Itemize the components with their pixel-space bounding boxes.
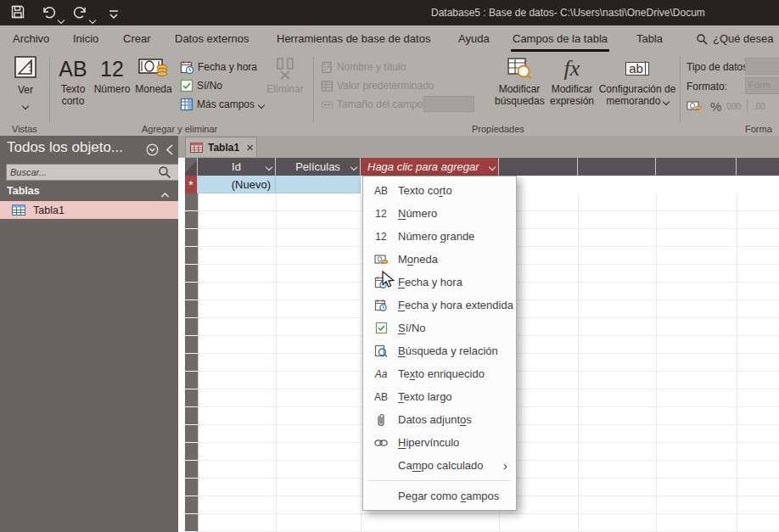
modificar-expresion-button[interactable]: fx Modificar expresión (547, 54, 597, 107)
menu-item-pegar-como-campos[interactable]: Pegar como campos (363, 484, 516, 507)
add-field-menu: AB Texto corto 12 Número 12 Número grand… (362, 176, 517, 511)
undo-dropdown-icon[interactable] (59, 11, 64, 26)
new-record-id-cell[interactable]: (Nuevo) (198, 176, 276, 193)
menu-item-numero[interactable]: 12 Número (363, 202, 516, 225)
record-selector-column[interactable] (185, 193, 199, 532)
short-text-icon: AB (372, 185, 390, 197)
menu-item-busqueda-y-relacion[interactable]: Búsqueda y relación (363, 339, 516, 362)
close-tab-icon[interactable]: × (246, 140, 254, 154)
document-tab-tabla1[interactable]: Tabla1 × (185, 137, 257, 157)
texto-corto-button[interactable]: AB Texto corto (53, 54, 92, 107)
field-size-input (423, 96, 474, 112)
currency-icon (132, 54, 175, 83)
default-value-icon (321, 80, 333, 92)
peliculas-filter-arrow-icon[interactable] (350, 164, 357, 171)
ver-button[interactable]: Ver (7, 54, 44, 111)
agregar-eliminar-group-label: Agregar y eliminar (142, 124, 217, 134)
tipo-datos-dropdown (745, 58, 779, 75)
menu-item-si-no[interactable]: Sí/No (363, 316, 516, 339)
menu-separator (368, 480, 511, 481)
configuracion-memorando-button[interactable]: ab Configuración de memorando (598, 54, 676, 107)
date-time-icon (180, 60, 194, 75)
eliminar-button[interactable]: Eliminar (265, 54, 305, 95)
modificar-busquedas-button[interactable]: Modificar búsquedas (495, 54, 544, 107)
tamano-campo-button[interactable]: Tamaño del campo (321, 97, 423, 112)
new-record-selector[interactable]: * (185, 176, 198, 193)
collapse-section-icon (160, 187, 170, 202)
lookup-icon (372, 344, 390, 358)
currency-icon (372, 254, 390, 266)
rich-text-icon: Aa (372, 368, 390, 380)
large-number-icon: 12 (372, 231, 390, 243)
tablas-section-header[interactable]: Tablas (0, 183, 178, 200)
more-fields-table-icon (180, 98, 193, 111)
tab-herramientas[interactable]: Herramientas de base de datos (277, 25, 430, 53)
customize-qat-icon[interactable] (109, 8, 119, 23)
mas-campos-dropdown-icon (258, 102, 265, 109)
delete-field-icon (265, 54, 305, 83)
access-window: Database5 : Base de datos- C:\Users\nast… (0, 0, 779, 532)
tab-tabla[interactable]: Tabla (636, 25, 663, 53)
nombre-titulo-button[interactable]: Nombre y título (321, 59, 406, 75)
table-tab-icon (190, 143, 203, 153)
tab-inicio[interactable]: Inicio (73, 25, 98, 53)
menu-item-texto-largo[interactable]: AB Texto largo (363, 385, 516, 408)
column-header-empty-2 (578, 158, 656, 176)
id-filter-arrow-icon[interactable] (266, 164, 272, 171)
tellme-search[interactable]: ¿Qué desea (713, 25, 774, 53)
tab-campos-de-la-tabla[interactable]: Campos de la tabla (513, 25, 608, 53)
menu-item-campo-calculado[interactable]: Campo calculado › (363, 454, 516, 477)
navigation-pane: Todos los objeto... Tablas Tabla1 (0, 136, 178, 532)
tab-ayuda[interactable]: Ayuda (458, 25, 490, 53)
decimals-icon[interactable]: .00 (754, 102, 765, 111)
save-icon[interactable] (10, 4, 25, 23)
nav-pane-menu-icon[interactable] (146, 143, 159, 160)
thousands-separator-icon[interactable]: 000 (726, 102, 741, 111)
ver-dropdown-icon (22, 103, 29, 109)
undo-icon[interactable] (42, 5, 56, 23)
column-header-id[interactable]: Id (198, 158, 276, 176)
long-text-icon: AB (372, 391, 390, 403)
redo-icon[interactable] (73, 5, 87, 23)
apply-percent-icon[interactable]: % (710, 99, 721, 114)
vistas-group-label: Vistas (12, 124, 37, 134)
menu-item-texto-corto[interactable]: AB Texto corto (363, 179, 516, 202)
fecha-hora-button[interactable]: Fecha y hora (180, 59, 257, 75)
menu-item-datos-adjuntos[interactable]: Datos adjuntos (363, 408, 516, 431)
format-buttons-row: % 000 .00 (687, 98, 765, 114)
moneda-button[interactable]: Moneda (132, 54, 175, 95)
nav-search-input[interactable] (6, 164, 182, 181)
name-caption-icon (321, 61, 333, 74)
mas-campos-button[interactable]: Más campos (180, 97, 264, 112)
memo-settings-icon: ab (598, 54, 676, 83)
new-record-star-icon: * (188, 177, 193, 192)
select-all-corner-cell[interactable] (185, 158, 198, 176)
menu-item-numero-grande[interactable]: 12 Número grande (363, 225, 516, 248)
tab-archivo[interactable]: Archivo (13, 25, 49, 53)
fx-expression-icon: fx (547, 54, 597, 83)
column-header-add-field[interactable]: Haga clic para agregar (361, 158, 499, 176)
tellme-search-icon[interactable] (696, 33, 708, 47)
valor-predeterminado-button[interactable]: Valor predeterminado (321, 78, 434, 93)
formato-group-label: Forma (745, 124, 772, 134)
number-icon: 12 (372, 208, 390, 220)
nav-search-icon[interactable] (158, 165, 171, 182)
apply-currency-icon[interactable] (687, 100, 702, 112)
tab-crear[interactable]: Crear (123, 25, 151, 53)
yes-no-checkbox-icon (180, 79, 193, 92)
new-record-peliculas-cell[interactable] (276, 176, 361, 193)
redo-dropdown-icon[interactable] (90, 11, 95, 26)
menu-item-fecha-y-hora-extendida[interactable]: Fecha y hora extendida (363, 294, 516, 316)
tab-datos-externos[interactable]: Datos externos (175, 25, 249, 53)
add-field-arrow-icon[interactable] (489, 164, 496, 171)
extended-date-time-icon (372, 299, 390, 312)
sidebar-item-tabla1[interactable]: Tabla1 (0, 201, 178, 219)
si-no-button[interactable]: Sí/No (180, 78, 222, 93)
shutter-close-icon[interactable] (165, 143, 175, 160)
menu-item-moneda[interactable]: Moneda (363, 248, 516, 271)
column-header-peliculas[interactable]: Películas (276, 158, 361, 176)
numero-button[interactable]: 12 Número (92, 54, 132, 95)
menu-item-hipervinculo[interactable]: Ca Hipervínculo (363, 431, 516, 454)
field-size-icon (321, 98, 333, 111)
menu-item-texto-enriquecido[interactable]: Aa Texto enriquecido (363, 362, 516, 385)
